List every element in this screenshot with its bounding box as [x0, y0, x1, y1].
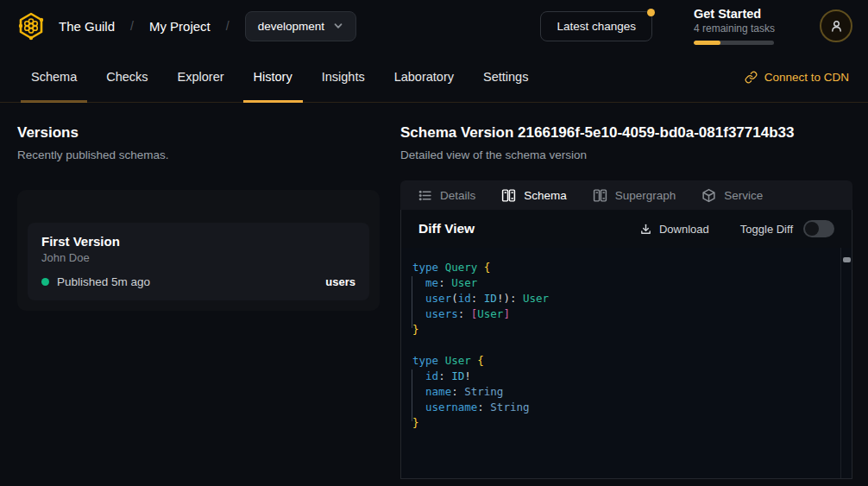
- breadcrumb-separator: /: [226, 19, 230, 33]
- schema-version-title: Schema Version 2166196f-5e10-4059-bd0a-0…: [400, 124, 852, 142]
- connect-to-cdn-label: Connect to CDN: [764, 71, 849, 84]
- user-menu-button[interactable]: [820, 9, 852, 42]
- indent-guide: [412, 276, 412, 328]
- download-button[interactable]: Download: [639, 223, 709, 236]
- diff-view-title: Diff View: [418, 221, 475, 237]
- detail-tab-label: Schema: [524, 189, 567, 202]
- book-icon: [593, 188, 607, 203]
- breadcrumb-project[interactable]: My Project: [149, 19, 211, 34]
- hive-logo-icon[interactable]: [16, 10, 47, 41]
- main-nav: SchemaChecksExplorerHistoryInsightsLabor…: [0, 52, 868, 103]
- nav-tab-label: Laboratory: [394, 70, 454, 84]
- latest-changes-button[interactable]: Latest changes: [540, 11, 652, 41]
- nav-tab-checks[interactable]: Checks: [96, 52, 158, 102]
- schema-version-subtitle: Detailed view of the schema version: [400, 148, 852, 161]
- latest-changes-label: Latest changes: [557, 20, 636, 33]
- nav-tab-label: Settings: [483, 70, 528, 84]
- code-scrollbar-thumb[interactable]: [843, 257, 851, 262]
- code-scrollbar: [840, 248, 852, 479]
- nav-tab-settings[interactable]: Settings: [473, 52, 538, 102]
- nav-tab-label: Explorer: [178, 70, 224, 84]
- detail-tab-strip: DetailsSchemaSupergraphService: [400, 180, 852, 210]
- versions-subtitle: Recently published schemas.: [17, 148, 380, 161]
- nav-tab-label: Insights: [322, 70, 365, 84]
- nav-tab-label: Schema: [31, 70, 77, 84]
- app-root: The Guild / My Project / development Lat…: [0, 0, 868, 486]
- schema-code-viewer[interactable]: type Query { me: User user(id: ID!): Use…: [401, 248, 852, 479]
- toggle-diff-switch[interactable]: [803, 220, 834, 237]
- nav-tabs: SchemaChecksExplorerHistoryInsightsLabor…: [21, 52, 538, 102]
- book-icon: [501, 188, 516, 203]
- nav-tab-label: History: [254, 70, 292, 84]
- detail-tab-label: Details: [440, 189, 475, 202]
- version-detail-panel: Schema Version 2166196f-5e10-4059-bd0a-0…: [400, 103, 852, 479]
- list-icon: [418, 188, 432, 203]
- breadcrumb-org[interactable]: The Guild: [59, 19, 115, 34]
- breadcrumb-separator: /: [130, 19, 134, 33]
- service-name-badge: users: [325, 275, 355, 288]
- link-icon: [745, 71, 758, 84]
- nav-tab-schema[interactable]: Schema: [21, 52, 87, 102]
- version-name: First Version: [41, 234, 355, 249]
- diff-view-header: Diff View Download Toggle Diff: [401, 210, 852, 248]
- nav-tab-laboratory[interactable]: Laboratory: [384, 52, 464, 102]
- nav-tab-explorer[interactable]: Explorer: [167, 52, 235, 102]
- nav-tab-label: Checks: [106, 70, 148, 84]
- download-icon: [639, 223, 652, 236]
- detail-tab-schema[interactable]: Schema: [501, 188, 567, 203]
- person-icon: [829, 19, 844, 34]
- connect-to-cdn-link[interactable]: Connect to CDN: [745, 52, 849, 102]
- version-status: Published 5m ago: [57, 275, 150, 288]
- switch-knob: [805, 222, 819, 236]
- cube-icon: [701, 188, 716, 203]
- versions-title: Versions: [17, 124, 380, 142]
- target-selector-value: development: [258, 20, 324, 33]
- get-started-title: Get Started: [694, 7, 778, 21]
- toggle-diff-label: Toggle Diff: [740, 223, 793, 236]
- version-author: John Doe: [41, 251, 355, 264]
- versions-card: First Version John Doe Published 5m ago …: [17, 190, 380, 311]
- get-started-widget[interactable]: Get Started 4 remaining tasks: [694, 7, 778, 45]
- version-list-item[interactable]: First Version John Doe Published 5m ago …: [28, 223, 369, 300]
- detail-panel-body: Diff View Download Toggle Diff: [400, 210, 852, 479]
- nav-tab-insights[interactable]: Insights: [311, 52, 375, 102]
- schema-code: type Query { me: User user(id: ID!): Use…: [412, 260, 840, 431]
- nav-tab-history[interactable]: History: [243, 52, 303, 102]
- notification-dot: [647, 9, 655, 16]
- download-label: Download: [659, 223, 709, 236]
- get-started-progress-fill: [694, 41, 720, 45]
- main-content: Versions Recently published schemas. Fir…: [0, 103, 868, 486]
- get-started-progressbar: [694, 41, 774, 45]
- detail-tab-details[interactable]: Details: [418, 188, 475, 203]
- chevron-down-icon: [333, 21, 343, 31]
- detail-tab-supergraph[interactable]: Supergraph: [593, 188, 676, 203]
- detail-tab-label: Supergraph: [615, 189, 676, 202]
- get-started-subtitle: 4 remaining tasks: [694, 22, 778, 35]
- published-status-dot: [41, 278, 49, 286]
- detail-tab-service[interactable]: Service: [701, 188, 763, 203]
- indent-guide: [412, 369, 412, 421]
- target-selector[interactable]: development: [245, 11, 356, 41]
- versions-panel: Versions Recently published schemas. Fir…: [17, 103, 380, 311]
- detail-tab-label: Service: [724, 189, 763, 202]
- top-header: The Guild / My Project / development Lat…: [0, 0, 868, 52]
